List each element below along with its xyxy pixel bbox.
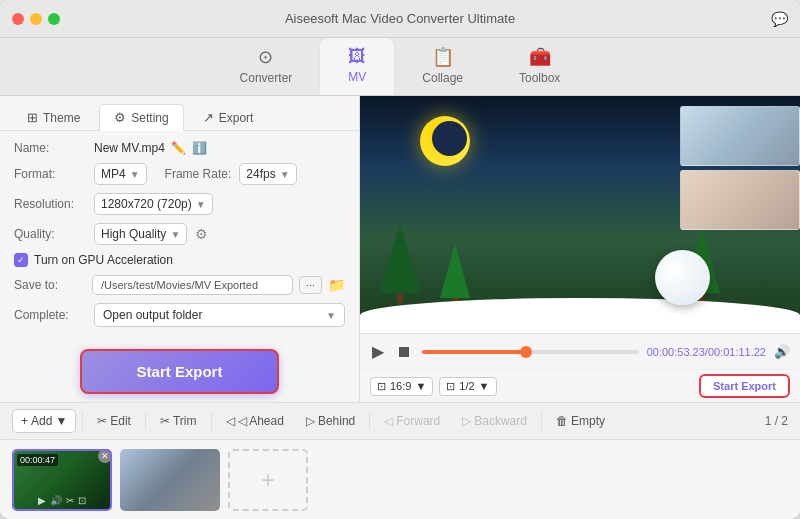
traffic-lights — [12, 13, 60, 25]
subtab-setting-label: Setting — [131, 111, 168, 125]
close-button[interactable] — [12, 13, 24, 25]
message-icon[interactable]: 💬 — [771, 11, 788, 27]
behind-button[interactable]: ▷ Behind — [298, 410, 363, 432]
fullscreen-button[interactable] — [48, 13, 60, 25]
subtab-setting[interactable]: ⚙ Setting — [99, 104, 183, 131]
moon-decoration — [420, 116, 470, 166]
quality-arrow: ▼ — [170, 229, 180, 240]
aspect-ratio-value: 16:9 — [390, 380, 411, 392]
name-row: Name: New MV.mp4 ✏️ ℹ️ — [14, 141, 345, 155]
format-select[interactable]: MP4 ▼ — [94, 163, 147, 185]
resolution-label: Resolution: — [14, 197, 86, 211]
subtab-export-label: Export — [219, 111, 254, 125]
audio-thumb-icon: 🔊 — [50, 495, 62, 506]
video-preview — [360, 96, 800, 333]
quality-select[interactable]: High Quality ▼ — [94, 223, 187, 245]
gpu-checkbox[interactable]: ✓ — [14, 253, 28, 267]
browse-dots-button[interactable]: ··· — [299, 276, 322, 294]
bottom-toolbar: + Add ▼ ✂ Edit ✂ Trim ◁ ◁ Ahead ▷ Behind… — [0, 402, 800, 439]
ahead-label: ◁ Ahead — [238, 414, 284, 428]
tab-mv[interactable]: 🖼 MV — [320, 38, 394, 95]
overlay-panel-2 — [680, 170, 800, 230]
tab-converter[interactable]: ⊙ Converter — [212, 38, 321, 95]
ahead-button[interactable]: ◁ ◁ Ahead — [218, 410, 292, 432]
open-folder-icon[interactable]: 📁 — [328, 277, 345, 293]
saveto-path: /Users/test/Movies/MV Exported — [92, 275, 293, 295]
overlay-panels — [680, 106, 800, 230]
toolbox-icon: 🧰 — [529, 46, 551, 68]
edit-icon-scissors: ✂ — [97, 414, 107, 428]
quality-gear-icon[interactable]: ⚙ — [195, 226, 208, 242]
snow-ground — [360, 298, 800, 333]
play-thumb-icon: ▶ — [38, 495, 46, 506]
progress-bar[interactable] — [422, 350, 639, 354]
gpu-label: Turn on GPU Acceleration — [34, 253, 173, 267]
backward-icon: ▷ — [462, 414, 471, 428]
cut-thumb-icon: ✂ — [66, 495, 74, 506]
tab-mv-label: MV — [348, 70, 366, 84]
separator-1 — [82, 412, 83, 430]
name-label: Name: — [14, 141, 86, 155]
add-button[interactable]: + Add ▼ — [12, 409, 76, 433]
subtab-theme-label: Theme — [43, 111, 80, 125]
subtab-theme[interactable]: ⊞ Theme — [12, 104, 95, 130]
collage-icon: 📋 — [432, 46, 454, 68]
trim-button[interactable]: ✂ Trim — [152, 410, 205, 432]
tree-middle — [440, 243, 470, 308]
time-total: 00:01:11.22 — [708, 346, 766, 358]
play-button[interactable]: ▶ — [370, 340, 386, 363]
theme-icon: ⊞ — [27, 110, 38, 125]
complete-label: Complete: — [14, 308, 86, 322]
start-export-small-button[interactable]: Start Export — [699, 374, 790, 398]
framerate-select[interactable]: 24fps ▼ — [239, 163, 296, 185]
quality-label: Quality: — [14, 227, 86, 241]
page-indicator: 1 / 2 — [765, 414, 788, 428]
resolution-select[interactable]: 1280x720 (720p) ▼ — [94, 193, 213, 215]
ahead-icon: ◁ — [226, 414, 235, 428]
tab-converter-label: Converter — [240, 71, 293, 85]
format-arrow: ▼ — [130, 169, 140, 180]
progress-thumb — [520, 346, 532, 358]
empty-icon: 🗑 — [556, 414, 568, 428]
subtab-export[interactable]: ↗ Export — [188, 104, 269, 130]
separator-5 — [541, 412, 542, 430]
tab-toolbox-label: Toolbox — [519, 71, 560, 85]
saveto-row: Save to: /Users/test/Movies/MV Exported … — [14, 275, 345, 295]
window-title: Aiseesoft Mac Video Converter Ultimate — [285, 11, 515, 26]
thumbnail-1[interactable]: 00:00:47 ▶ 🔊 ✂ ⊡ ✕ — [12, 449, 112, 511]
minimize-button[interactable] — [30, 13, 42, 25]
tree-left — [380, 223, 420, 303]
gpu-row: ✓ Turn on GPU Acceleration — [14, 253, 345, 267]
behind-icon: ▷ — [306, 414, 315, 428]
thumb-1-close[interactable]: ✕ — [98, 449, 112, 463]
aspect-ratio-select[interactable]: ⊡ 16:9 ▼ — [370, 377, 433, 396]
left-panel: ⊞ Theme ⚙ Setting ↗ Export Name: — [0, 96, 360, 402]
edit-name-icon[interactable]: ✏️ — [171, 141, 186, 155]
time-current: 00:00:53.23 — [647, 346, 705, 358]
start-export-main-button[interactable]: Start Export — [80, 349, 279, 394]
forward-button[interactable]: ◁ Forward — [376, 410, 448, 432]
name-value-row: New MV.mp4 ✏️ ℹ️ — [94, 141, 207, 155]
stop-button[interactable]: ⏹ — [394, 341, 414, 363]
tab-collage[interactable]: 📋 Collage — [394, 38, 491, 95]
right-panel: ▶ ⏹ 00:00:53.23/00:01:11.22 🔊 ⊡ 16:9 — [360, 96, 800, 402]
empty-button[interactable]: 🗑 Empty — [548, 410, 613, 432]
converter-icon: ⊙ — [258, 46, 273, 68]
zoom-value: 1/2 — [459, 380, 474, 392]
behind-label: Behind — [318, 414, 355, 428]
volume-icon[interactable]: 🔊 — [774, 344, 790, 359]
tab-toolbox[interactable]: 🧰 Toolbox — [491, 38, 588, 95]
thumbnail-2[interactable] — [120, 449, 220, 511]
edit-button[interactable]: ✂ Edit — [89, 410, 139, 432]
aspect-ratio-arrow: ▼ — [415, 380, 426, 392]
add-thumbnail-button[interactable]: + — [228, 449, 308, 511]
complete-value: Open output folder — [103, 308, 202, 322]
video-controls: ▶ ⏹ 00:00:53.23/00:01:11.22 🔊 — [360, 333, 800, 369]
complete-select[interactable]: Open output folder ▼ — [94, 303, 345, 327]
info-icon[interactable]: ℹ️ — [192, 141, 207, 155]
overlay-panel-1 — [680, 106, 800, 166]
quality-row: Quality: High Quality ▼ ⚙ — [14, 223, 345, 245]
zoom-select[interactable]: ⊡ 1/2 ▼ — [439, 377, 496, 396]
backward-button[interactable]: ▷ Backward — [454, 410, 535, 432]
forward-label: Forward — [396, 414, 440, 428]
